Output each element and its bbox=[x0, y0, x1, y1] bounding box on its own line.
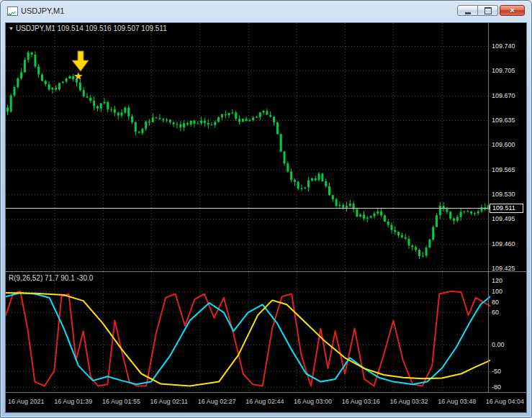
candle bbox=[17, 77, 19, 88]
candle bbox=[48, 81, 50, 91]
price-axis[interactable]: 109.511 109.740109.705109.670109.635109.… bbox=[489, 23, 526, 271]
candle bbox=[466, 209, 469, 212]
candle bbox=[276, 122, 279, 135]
candle bbox=[380, 209, 382, 217]
candle bbox=[397, 232, 400, 238]
time-axis-label: 16 Aug 2021 bbox=[8, 398, 45, 414]
candle bbox=[51, 87, 53, 94]
candle bbox=[428, 238, 430, 247]
candle bbox=[131, 114, 133, 124]
close-icon: × bbox=[510, 6, 514, 14]
candle bbox=[256, 116, 258, 118]
candle bbox=[235, 111, 237, 122]
candle bbox=[83, 87, 85, 98]
maximize-button[interactable] bbox=[478, 5, 498, 16]
price-axis-label: 109.495 bbox=[492, 215, 515, 222]
candle bbox=[463, 211, 465, 214]
candle bbox=[353, 201, 355, 212]
candle bbox=[408, 235, 410, 249]
price-axis-label: 109.705 bbox=[492, 67, 515, 74]
indicator-axis[interactable]: 12010080600.00-50-80 bbox=[489, 272, 526, 392]
close-button[interactable]: × bbox=[500, 5, 525, 16]
app-window: USDJPY,M1 × 109.511 109.740109.705109.67… bbox=[0, 0, 532, 418]
candle bbox=[287, 162, 289, 173]
candle bbox=[141, 128, 143, 135]
candle bbox=[477, 210, 479, 216]
candle bbox=[432, 225, 434, 241]
vertical-gridlines bbox=[55, 272, 443, 392]
candle bbox=[356, 209, 358, 217]
candle bbox=[456, 215, 459, 222]
candle bbox=[155, 117, 158, 118]
candle bbox=[217, 117, 220, 122]
candle bbox=[315, 176, 317, 181]
candle bbox=[173, 122, 175, 127]
candle bbox=[307, 178, 310, 191]
indicator-chart[interactable] bbox=[6, 272, 490, 392]
candle bbox=[263, 110, 265, 115]
indicator-gridlines bbox=[6, 292, 490, 388]
candle bbox=[304, 187, 306, 190]
candle bbox=[211, 122, 213, 126]
candle bbox=[37, 64, 40, 78]
candle bbox=[138, 131, 140, 133]
star-annotation[interactable]: ★ bbox=[73, 71, 83, 81]
ohlc-readout: USDJPY,M1 109.514 109.516 109.507 109.51… bbox=[16, 24, 167, 32]
candle bbox=[349, 200, 351, 207]
candle bbox=[297, 181, 299, 190]
candle bbox=[370, 215, 372, 219]
candle bbox=[152, 113, 154, 122]
candle bbox=[166, 118, 168, 122]
price-axis-label: 109.425 bbox=[492, 265, 515, 272]
candle bbox=[62, 81, 64, 83]
price-axis-label: 109.530 bbox=[492, 191, 515, 198]
candle bbox=[401, 232, 403, 238]
candle bbox=[6, 105, 9, 115]
candle bbox=[391, 222, 393, 234]
candle bbox=[284, 151, 286, 166]
candle bbox=[335, 198, 338, 208]
time-axis-label: 16 Aug 01:39 bbox=[54, 398, 92, 414]
candle bbox=[453, 218, 455, 224]
candle bbox=[238, 115, 240, 124]
indicator-axis-label: -50 bbox=[492, 368, 501, 375]
candle bbox=[290, 168, 292, 182]
candle bbox=[225, 111, 227, 119]
candle bbox=[31, 53, 33, 58]
candle bbox=[425, 245, 428, 258]
candle bbox=[93, 97, 95, 111]
title-bar[interactable]: USDJPY,M1 × bbox=[1, 1, 531, 22]
time-axis-label: 16 Aug 03:16 bbox=[342, 398, 380, 414]
time-axis-label: 16 Aug 02:11 bbox=[150, 398, 188, 414]
candle bbox=[124, 106, 126, 114]
candle bbox=[245, 117, 248, 122]
candle bbox=[68, 75, 71, 78]
maximize-icon bbox=[484, 7, 492, 14]
candle bbox=[176, 122, 179, 128]
candle bbox=[266, 109, 268, 115]
candle bbox=[24, 58, 26, 73]
candle bbox=[179, 121, 181, 131]
candle bbox=[148, 119, 150, 125]
candle bbox=[338, 201, 341, 209]
candle bbox=[446, 206, 448, 214]
candle bbox=[66, 77, 68, 83]
candle bbox=[460, 208, 462, 221]
candle bbox=[96, 105, 99, 112]
candle bbox=[301, 185, 303, 191]
time-axis[interactable]: 16 Aug 202116 Aug 01:3916 Aug 01:5516 Au… bbox=[6, 393, 526, 414]
candle bbox=[481, 204, 483, 213]
indicator-label: R(9,26,52) 71.7 90.1 -30.0 bbox=[9, 274, 93, 282]
minimize-button[interactable] bbox=[457, 5, 478, 16]
candle bbox=[221, 114, 223, 120]
candle bbox=[58, 83, 60, 91]
chart-icon bbox=[7, 6, 18, 16]
candle bbox=[359, 214, 361, 217]
minimize-icon bbox=[465, 12, 471, 14]
candle bbox=[158, 114, 161, 120]
candle bbox=[411, 245, 413, 251]
candle bbox=[162, 118, 164, 123]
candle bbox=[418, 248, 420, 259]
candle bbox=[346, 202, 348, 212]
candle bbox=[200, 117, 202, 125]
